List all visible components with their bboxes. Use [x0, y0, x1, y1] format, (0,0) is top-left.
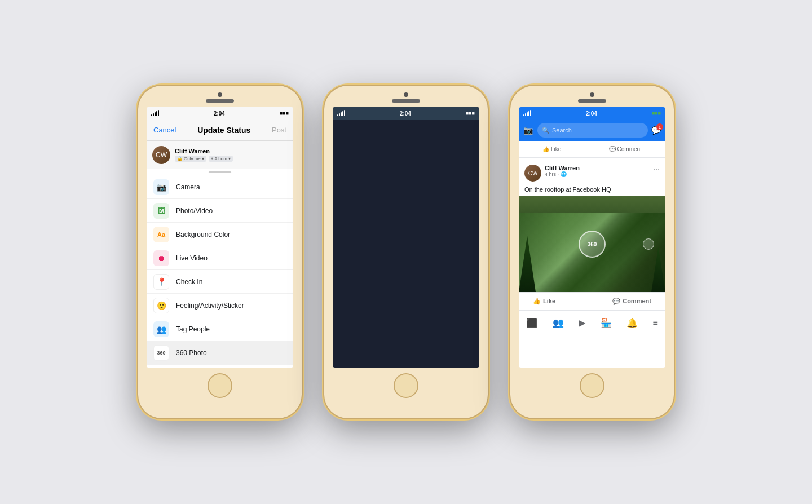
post-actions: 👍 Like 💬 Comment [519, 292, 665, 310]
bottom-nav: ⬛ 👥 ▶ 🏪 🔔 ≡ [519, 310, 665, 335]
sb3-4 [528, 111, 529, 116]
menu-item-checkin[interactable]: 📍 Check In [147, 270, 293, 294]
fb-battery: ■■■ [652, 110, 661, 116]
phone-3-top [510, 86, 674, 103]
phone-1-speaker [206, 99, 234, 103]
fb-status-bar: 2:04 ■■■ [519, 107, 665, 120]
phone-2-home[interactable] [394, 373, 418, 398]
nav-menu[interactable]: ≡ [652, 318, 657, 328]
like-icon: 👍 [533, 298, 541, 305]
menu-label-photo: Photo/Video [176, 207, 213, 215]
sb3-1 [523, 114, 524, 116]
phone-2-camera [404, 92, 408, 97]
battery-2: ■■■ [466, 110, 475, 116]
nav-video[interactable]: ▶ [579, 317, 585, 328]
chevron-icon: ▾ [202, 156, 204, 161]
user-avatar-1: CW [152, 146, 170, 164]
menu-item-live[interactable]: ⏺ Live Video [147, 246, 293, 270]
nav-notifications[interactable]: 🔔 [626, 317, 638, 328]
nav-home[interactable]: ⬛ [526, 317, 537, 328]
360-icon: 360 [153, 345, 169, 361]
menu-item-camera[interactable]: 📷 Camera [147, 175, 293, 199]
fb-messenger-button[interactable]: 💬 1 [651, 126, 661, 135]
fb-search-bar[interactable]: 🔍 Search [537, 123, 648, 138]
messenger-badge: 1 [656, 123, 663, 130]
fb-camera-icon[interactable]: 📷 [523, 126, 533, 135]
signal-bar-2 [153, 113, 154, 116]
post-360-image[interactable]: 360 [519, 196, 665, 292]
phone-3-home[interactable] [580, 373, 604, 398]
menu-label-tag: Tag People [176, 325, 210, 333]
user-info-1: Cliff Warren 🔒 Only me ▾ + Album ▾ [175, 148, 288, 162]
menu-item-poll[interactable]: ≡ Poll [147, 365, 293, 368]
sb3-5 [530, 110, 531, 116]
home-icon: ⬛ [526, 317, 537, 328]
phone-2-speaker [392, 99, 420, 103]
signal-bars [151, 110, 159, 116]
sb3-3 [527, 112, 528, 116]
feeling-icon: 🙂 [153, 298, 169, 313]
post-avatar: CW [524, 165, 541, 182]
menu-icon: ≡ [652, 318, 657, 328]
signal-bar-3 [155, 112, 156, 116]
signal-bar-5 [158, 110, 159, 116]
user-name-1: Cliff Warren [175, 148, 288, 154]
menu-label-live: Live Video [176, 254, 208, 262]
top-action-bar: 👍 Like 💬 Comment [519, 141, 665, 158]
cancel-button[interactable]: Cancel [153, 126, 176, 134]
menu-label-feeling: Feeling/Activity/Sticker [176, 302, 244, 310]
360-badge: 360 [579, 231, 606, 258]
camera-icon: 📷 [153, 179, 169, 195]
user-row: CW Cliff Warren 🔒 Only me ▾ + Album ▾ [147, 141, 293, 169]
nav-title-1: Update Status [197, 126, 250, 135]
nav-friends[interactable]: 👥 [553, 317, 564, 328]
comment-top-button[interactable]: 💬 Comment [609, 146, 642, 152]
fb-status-time: 2:04 [586, 110, 597, 117]
menu-item-photo[interactable]: 🖼 Photo/Video [147, 199, 293, 223]
post-card: CW Cliff Warren 4 hrs · 🌐 ··· On the roo… [519, 160, 665, 310]
status-bar-1: 2:04 ■■■ [147, 107, 293, 120]
post-username: Cliff Warren [545, 165, 580, 171]
nav-bar-1: Cancel Update Status Post [147, 120, 293, 141]
menu-item-360[interactable]: 360 360 Photo [147, 341, 293, 365]
comment-label: Comment [623, 298, 651, 304]
sb5 [344, 110, 345, 116]
like-top-button[interactable]: 👍 Like [542, 146, 561, 152]
sb2 [339, 113, 340, 116]
like-top-icon: 👍 [542, 146, 549, 152]
like-label: Like [543, 298, 555, 304]
album-btn[interactable]: + Album ▾ [209, 156, 233, 162]
battery-text-1: ■■■ [280, 110, 289, 116]
menu-item-tag[interactable]: 👥 Tag People [147, 317, 293, 341]
post-button[interactable]: Post [272, 126, 286, 134]
status-right-1: ■■■ [280, 110, 289, 116]
menu-item-bg[interactable]: Aa Background Color [147, 223, 293, 246]
sb3-2 [525, 113, 526, 116]
menu-item-feeling[interactable]: 🙂 Feeling/Activity/Sticker [147, 294, 293, 317]
phone-3-screen: 2:04 ■■■ 📷 🔍 Search 💬 1 👍 Like 💬 Commen [519, 107, 665, 368]
fb-nav: 📷 🔍 Search 💬 1 [519, 120, 665, 141]
signal-bar-4 [156, 111, 157, 116]
bell-icon: 🔔 [626, 317, 638, 328]
sb3 [341, 112, 342, 116]
like-button[interactable]: 👍 Like [533, 298, 555, 305]
post-more-button[interactable]: ··· [653, 165, 660, 174]
phone-2-screen: 2:04 ■■■ ✕ → [333, 107, 479, 368]
video-icon: ▶ [579, 317, 585, 328]
phone-1-top [138, 86, 302, 103]
phone-1-home[interactable] [208, 373, 232, 398]
signal-bar-1 [151, 114, 152, 116]
nav-marketplace[interactable]: 🏪 [601, 317, 612, 328]
phone-1-camera [218, 92, 222, 97]
menu-label-bg: Background Color [176, 231, 230, 238]
friends-icon: 👥 [553, 317, 564, 328]
user-privacy-row: 🔒 Only me ▾ + Album ▾ [175, 156, 288, 162]
privacy-only-me[interactable]: 🔒 Only me ▾ [175, 156, 206, 162]
signal-bars-2 [337, 110, 345, 116]
compass-icon [643, 238, 654, 250]
dark-status-bar: 2:04 ■■■ [333, 107, 479, 120]
360-badge-label: 360 [588, 241, 597, 247]
comment-button[interactable]: 💬 Comment [612, 298, 651, 305]
action-divider [584, 295, 584, 307]
phone-1: 2:04 ■■■ Cancel Update Status Post CW Cl… [138, 86, 302, 418]
